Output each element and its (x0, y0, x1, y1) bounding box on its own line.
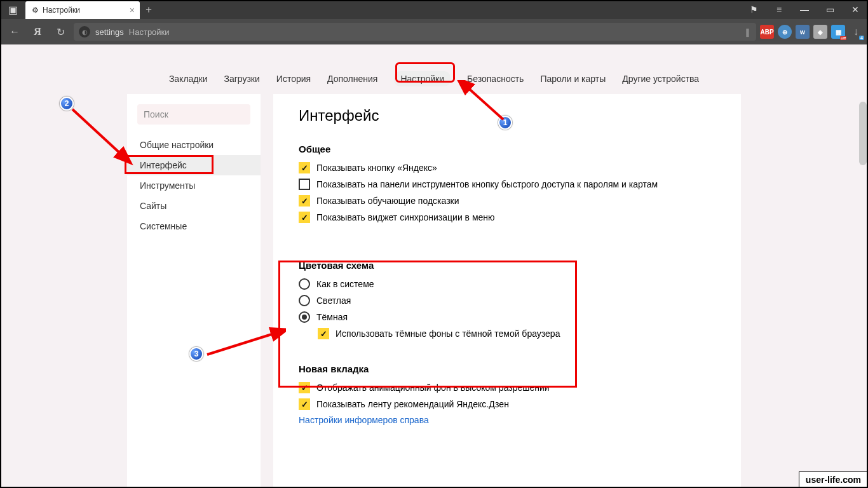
address-path-2: Настройки (129, 27, 170, 37)
topnav-addons[interactable]: Дополнения (327, 74, 377, 84)
page-scrollbar[interactable] (859, 102, 867, 165)
yandex-home-button[interactable]: Я (28, 22, 47, 41)
section-newtab-title: Новая вкладка (299, 363, 715, 374)
maximize-button[interactable]: ▭ (817, 0, 843, 19)
shield-extension-icon[interactable]: ◈ (813, 25, 827, 39)
browser-tab[interactable]: ⚙ Настройки × (25, 1, 140, 19)
topnav-passwords[interactable]: Пароли и карты (540, 74, 606, 84)
section-general-title: Общее (299, 144, 715, 154)
radio-light[interactable]: Светлая (299, 295, 715, 306)
checkbox-icon[interactable] (299, 179, 310, 190)
search-input[interactable]: Поиск (137, 104, 250, 125)
opt-tips[interactable]: Показывать обучающие подсказки (299, 195, 715, 207)
close-window-button[interactable]: ✕ (843, 0, 868, 19)
settings-topnav: Закладки Загрузки История Дополнения Нас… (0, 64, 868, 94)
search-placeholder: Поиск (144, 109, 168, 119)
checkbox-icon[interactable] (299, 212, 310, 223)
window-controls: ⚑ ≡ — ▭ ✕ (741, 0, 868, 19)
back-button[interactable]: ← (5, 22, 24, 41)
watermark: user-life.com (799, 471, 868, 488)
settings-layout: Поиск Общие настройки Интерфейс Инструме… (0, 94, 868, 488)
checkbox-icon[interactable] (299, 398, 310, 410)
radio-system[interactable]: Как в системе (299, 278, 715, 290)
close-tab-icon[interactable]: × (130, 5, 135, 15)
bookmark-icon[interactable]: ❚ (744, 27, 751, 37)
checkbox-icon[interactable] (299, 382, 310, 393)
vk-extension-icon[interactable]: w (796, 25, 810, 39)
opt-anim-bg[interactable]: Отображать анимационный фон в высоком ра… (299, 382, 715, 393)
sidebar-toggle-icon[interactable]: ▣ (0, 4, 25, 16)
topnav-settings[interactable]: Настройки (394, 71, 451, 86)
address-bar[interactable]: ◐ settings Настройки ❚ (74, 23, 756, 41)
gear-icon: ⚙ (32, 6, 39, 15)
settings-sidebar: Поиск Общие настройки Интерфейс Инструме… (127, 94, 261, 488)
topnav-history[interactable]: История (276, 74, 311, 84)
opt-dzen[interactable]: Показывать ленту рекомендаций Яндекс.Дзе… (299, 398, 715, 410)
browser-toolbar: ← Я ↻ ◐ settings Настройки ❚ ABP ⊕ w ◈ ▦… (0, 19, 868, 44)
opt-yandex-button[interactable]: Показывать кнопку «Яндекс» (299, 162, 715, 173)
reload-button[interactable]: ↻ (51, 22, 70, 41)
checkbox-icon[interactable] (299, 162, 310, 173)
sidebar-item-general[interactable]: Общие настройки (127, 135, 261, 155)
topnav-downloads[interactable]: Загрузки (224, 74, 259, 84)
sidebar-item-system[interactable]: Системные (127, 216, 261, 236)
topnav-security[interactable]: Безопасность (467, 74, 524, 84)
opt-sync-widget[interactable]: Показывать виджет синхронизации в меню (299, 212, 715, 223)
settings-main: Интерфейс Общее Показывать кнопку «Яндек… (273, 94, 741, 488)
sidebar-item-tools[interactable]: Инструменты (127, 175, 261, 196)
window-titlebar: ▣ ⚙ Настройки × ＋ ⚑ ≡ — ▭ ✕ (0, 0, 868, 19)
abp-extension-icon[interactable]: ABP (760, 25, 774, 39)
menu-icon[interactable]: ≡ (766, 0, 792, 19)
bookmark-bar-icon[interactable]: ⚑ (741, 0, 766, 19)
radio-icon[interactable] (299, 278, 310, 290)
address-path-1: settings (95, 27, 124, 37)
section-color-title: Цветовая схема (299, 260, 715, 271)
topnav-devices[interactable]: Другие устройства (622, 74, 699, 84)
minimize-button[interactable]: — (792, 0, 817, 19)
site-icon: ◐ (79, 26, 90, 37)
checkbox-icon[interactable] (299, 195, 310, 207)
radio-icon[interactable] (299, 295, 310, 306)
globe-extension-icon[interactable]: ⊕ (778, 25, 792, 39)
box-extension-icon[interactable]: ▦ (831, 25, 845, 39)
sidebar-item-interface[interactable]: Интерфейс (127, 155, 261, 175)
topnav-bookmarks[interactable]: Закладки (169, 74, 208, 84)
page-heading: Интерфейс (299, 107, 715, 125)
checkbox-icon[interactable] (318, 328, 329, 339)
extension-icons: ABP ⊕ w ◈ ▦ ↓ (760, 25, 863, 39)
opt-dark-backgrounds[interactable]: Использовать тёмные фоны с тёмной темой … (318, 328, 715, 339)
tab-title: Настройки (43, 6, 80, 15)
informers-link[interactable]: Настройки информеров справа (299, 415, 715, 425)
radio-icon[interactable] (299, 311, 310, 323)
radio-dark[interactable]: Тёмная (299, 311, 715, 323)
download-icon[interactable]: ↓ (849, 25, 863, 39)
opt-passwords-button[interactable]: Показывать на панели инструментов кнопку… (299, 179, 715, 190)
sidebar-item-sites[interactable]: Сайты (127, 196, 261, 216)
new-tab-button[interactable]: ＋ (140, 1, 158, 18)
